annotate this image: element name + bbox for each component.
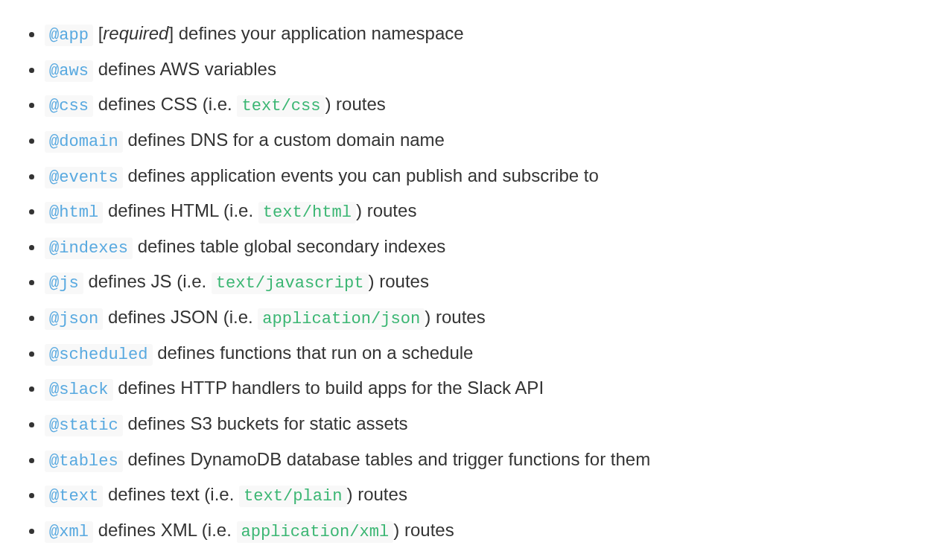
directive-code: @app <box>45 25 93 46</box>
directive-code: @aws <box>45 60 93 82</box>
description-text-after: ) routes <box>369 271 429 291</box>
list-item: @tables defines DynamoDB database tables… <box>45 444 909 477</box>
list-item: @html defines HTML (i.e. text/html) rout… <box>45 195 909 228</box>
list-item: @css defines CSS (i.e. text/css) routes <box>45 89 909 121</box>
mime-code: text/plain <box>239 486 347 507</box>
description-text: defines your application namespace <box>174 23 464 43</box>
directive-code: @js <box>45 273 83 294</box>
description-text: defines JSON (i.e. <box>103 307 258 327</box>
directive-code: @text <box>45 486 103 507</box>
description-text-after: ) routes <box>425 307 485 327</box>
list-item: @indexes defines table global secondary … <box>45 231 909 264</box>
description-text-after: ) routes <box>393 520 454 540</box>
description-text: defines XML (i.e. <box>93 520 237 540</box>
directive-code: @indexes <box>45 238 133 259</box>
list-item: @scheduled defines functions that run on… <box>45 337 909 370</box>
list-item: @json defines JSON (i.e. application/jso… <box>45 302 909 334</box>
list-item: @aws defines AWS variables <box>45 54 909 86</box>
description-text: defines text (i.e. <box>103 484 239 504</box>
description-text: defines HTML (i.e. <box>103 200 258 220</box>
description-text: defines functions that run on a schedule <box>153 343 474 363</box>
directive-code: @json <box>45 308 103 330</box>
description-text: defines JS (i.e. <box>83 271 212 291</box>
mime-code: application/json <box>258 308 425 330</box>
description-text: defines table global secondary indexes <box>133 236 445 256</box>
description-text: defines AWS variables <box>93 59 276 79</box>
mime-code: text/css <box>237 95 325 117</box>
directive-code: @slack <box>45 379 113 401</box>
list-item: @domain defines DNS for a custom domain … <box>45 124 909 157</box>
directive-list: @app [required] defines your application… <box>22 18 909 547</box>
description-text: defines HTTP handlers to build apps for … <box>113 378 544 398</box>
mime-code: text/javascript <box>212 273 369 294</box>
directive-code: @scheduled <box>45 344 153 366</box>
list-item: @js defines JS (i.e. text/javascript) ro… <box>45 266 909 299</box>
description-text: defines DynamoDB database tables and tri… <box>123 449 650 469</box>
description-text-after: ) routes <box>325 94 385 114</box>
list-item: @xml defines XML (i.e. application/xml) … <box>45 515 909 547</box>
description-text: defines application events you can publi… <box>123 165 599 185</box>
description-text-after: ) routes <box>356 200 416 220</box>
directive-code: @html <box>45 202 103 223</box>
directive-code: @css <box>45 95 93 117</box>
description-text-after: ) routes <box>347 484 407 504</box>
description-text: defines CSS (i.e. <box>93 94 237 114</box>
directive-code: @tables <box>45 451 123 472</box>
directive-code: @static <box>45 415 123 436</box>
description-text: defines DNS for a custom domain name <box>123 130 445 150</box>
description-text: defines S3 buckets for static assets <box>123 413 408 433</box>
directive-code: @domain <box>45 131 123 153</box>
mime-code: text/html <box>258 202 356 223</box>
required-label: required <box>103 23 168 43</box>
mime-code: application/xml <box>237 521 394 543</box>
list-item: @slack defines HTTP handlers to build ap… <box>45 372 909 405</box>
directive-code: @xml <box>45 521 93 543</box>
list-item: @app [required] defines your application… <box>45 18 909 51</box>
directive-code: @events <box>45 167 123 188</box>
list-item: @events defines application events you c… <box>45 160 909 193</box>
list-item: @text defines text (i.e. text/plain) rou… <box>45 479 909 512</box>
list-item: @static defines S3 buckets for static as… <box>45 408 909 441</box>
